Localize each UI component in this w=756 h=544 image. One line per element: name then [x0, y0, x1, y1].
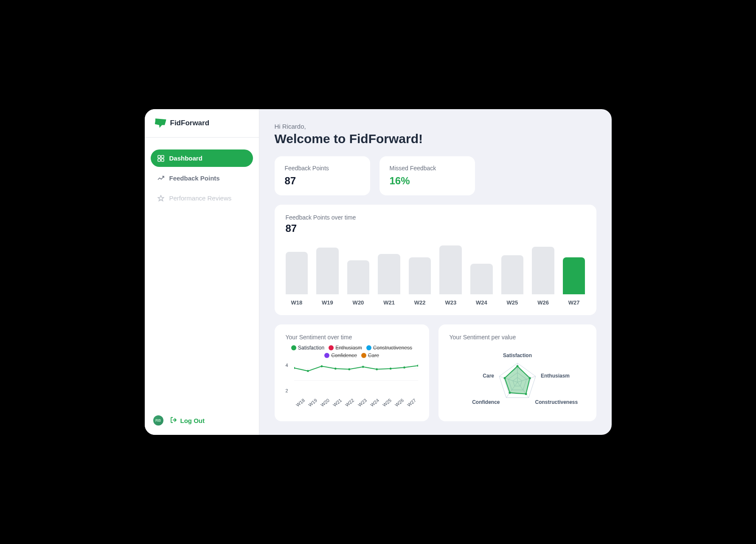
sidebar-footer: RB Log Out: [145, 406, 259, 435]
bar-label: W21: [383, 299, 395, 306]
bar[interactable]: [470, 264, 493, 294]
svg-text:Care: Care: [483, 373, 494, 379]
main-content: Hi Ricardo, Welcome to FidForward! Feedb…: [259, 109, 612, 435]
svg-point-28: [516, 365, 518, 367]
y-axis: 4 2: [286, 363, 288, 393]
svg-point-14: [376, 368, 378, 370]
legend-enthusiasm[interactable]: Enthusiasm: [329, 345, 362, 351]
legend-constructiveness[interactable]: Constructiveness: [366, 345, 412, 351]
svg-text:Enthusiasm: Enthusiasm: [541, 373, 570, 379]
bar[interactable]: [532, 247, 554, 294]
bar-label: W20: [353, 299, 364, 306]
legend-confidence[interactable]: Confidence: [324, 352, 357, 358]
bar[interactable]: [286, 252, 308, 294]
svg-point-15: [389, 368, 391, 370]
svg-point-31: [509, 392, 511, 394]
greeting: Hi Ricardo,: [275, 123, 596, 130]
bar-label: W27: [568, 299, 580, 306]
bar[interactable]: [501, 255, 524, 294]
bar[interactable]: [409, 257, 431, 294]
x-axis: W18W19W20W21W22W23W24W25W26W27: [294, 400, 418, 405]
bar-column: W24: [470, 264, 493, 306]
kpi-value: 16%: [390, 175, 465, 187]
star-icon: [157, 195, 164, 202]
bar-label: W19: [322, 299, 333, 306]
logout-icon: [170, 417, 177, 425]
app-window: FidForward Dashboard Feedback Poin: [145, 109, 612, 435]
bar-label: W25: [507, 299, 518, 306]
logout-label: Log Out: [180, 417, 205, 424]
bar-column: W19: [316, 248, 339, 306]
bar[interactable]: [563, 257, 585, 294]
radar-chart: SatisfactionEnthusiasmConstructivenessCo…: [450, 344, 585, 412]
sidebar-item-feedback-points[interactable]: Feedback Points: [151, 169, 253, 187]
bar[interactable]: [439, 245, 462, 294]
svg-rect-0: [158, 155, 160, 158]
svg-point-8: [294, 367, 295, 369]
kpi-row: Feedback Points 87 Missed Feedback 16%: [275, 156, 596, 195]
svg-point-32: [503, 377, 506, 379]
bar[interactable]: [347, 260, 370, 294]
panel-title: Your Sentiment over time: [286, 334, 418, 341]
bar-label: W18: [291, 299, 302, 306]
sidebar-nav: Dashboard Feedback Points Performance Re…: [145, 138, 259, 219]
bottom-row: Your Sentiment over time Satisfaction En…: [275, 324, 596, 421]
panel-big-value: 87: [286, 223, 585, 234]
logo-icon: [155, 118, 166, 128]
page-title: Welcome to FidForward!: [275, 132, 596, 146]
svg-marker-27: [505, 366, 530, 394]
svg-point-12: [348, 368, 350, 370]
panel-title: Feedback Points over time: [286, 214, 585, 221]
bar-column: W20: [347, 260, 370, 306]
kpi-missed-feedback: Missed Feedback 16%: [379, 156, 475, 195]
panel-feedback-over-time: Feedback Points over time 87 W18W19W20W2…: [275, 205, 596, 315]
svg-point-17: [417, 365, 418, 367]
svg-point-9: [307, 370, 309, 372]
bar-column: W26: [532, 247, 554, 306]
panel-sentiment-per-value: Your Sentiment per value SatisfactionEnt…: [438, 324, 596, 421]
bar-column: W23: [439, 245, 462, 306]
svg-point-30: [525, 393, 527, 395]
svg-text:Constructiveness: Constructiveness: [535, 399, 578, 405]
bar-chart: W18W19W20W21W22W23W24W25W26W27: [286, 242, 585, 306]
bar-label: W24: [476, 299, 487, 306]
logout-button[interactable]: Log Out: [170, 417, 205, 425]
logo: FidForward: [145, 109, 259, 138]
sidebar: FidForward Dashboard Feedback Poin: [145, 109, 259, 435]
panel-title: Your Sentiment per value: [450, 334, 585, 341]
line-chart-legend: Satisfaction Enthusiasm Constructiveness…: [286, 345, 418, 358]
svg-point-10: [320, 365, 323, 367]
svg-point-11: [334, 368, 336, 370]
kpi-label: Feedback Points: [285, 165, 360, 172]
bar-column: W22: [409, 257, 431, 306]
bar-label: W22: [414, 299, 426, 306]
svg-point-29: [528, 377, 531, 379]
svg-rect-1: [161, 155, 164, 158]
legend-care[interactable]: Care: [361, 352, 379, 358]
bar[interactable]: [316, 248, 339, 294]
svg-rect-3: [161, 159, 164, 161]
bar-column: W25: [501, 255, 524, 306]
sidebar-item-performance-reviews[interactable]: Performance Reviews: [151, 189, 253, 207]
sidebar-item-dashboard[interactable]: Dashboard: [151, 149, 253, 167]
panel-sentiment-over-time: Your Sentiment over time Satisfaction En…: [275, 324, 429, 421]
svg-point-16: [403, 366, 405, 369]
bar[interactable]: [378, 254, 400, 294]
svg-marker-4: [158, 195, 164, 201]
kpi-value: 87: [285, 175, 360, 187]
legend-satisfaction[interactable]: Satisfaction: [291, 345, 324, 351]
kpi-label: Missed Feedback: [390, 165, 465, 172]
bar-column: W27: [563, 257, 585, 306]
avatar[interactable]: RB: [153, 415, 163, 426]
bar-label: W26: [537, 299, 549, 306]
sidebar-item-label: Feedback Points: [169, 175, 220, 182]
sidebar-item-label: Dashboard: [169, 155, 202, 162]
sidebar-item-label: Performance Reviews: [169, 194, 232, 202]
bar-label: W23: [445, 299, 456, 306]
line-chart: 4 2 W18W19W20W21W22W23W24W25W26W27: [286, 363, 418, 405]
logo-text: FidForward: [170, 119, 210, 127]
svg-point-13: [362, 366, 364, 368]
kpi-feedback-points: Feedback Points 87: [275, 156, 370, 195]
dashboard-icon: [157, 155, 164, 162]
svg-text:Satisfaction: Satisfaction: [503, 352, 531, 358]
